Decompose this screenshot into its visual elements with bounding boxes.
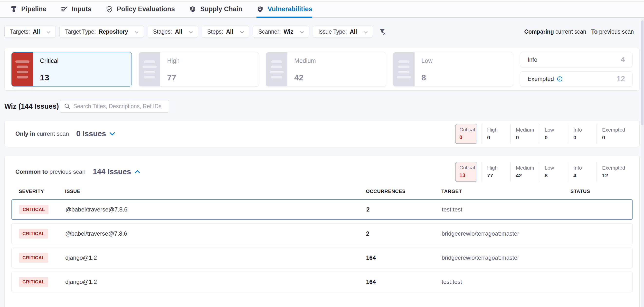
- occurrences-cell: 2: [366, 230, 442, 237]
- severity-card-info[interactable]: Info 4: [520, 52, 632, 67]
- severity-card-exempted[interactable]: Exempted 12: [520, 72, 632, 86]
- chip-low[interactable]: Low 0: [539, 124, 568, 144]
- chip-critical[interactable]: Critical 0: [455, 124, 477, 144]
- chip-value: 4: [573, 172, 596, 179]
- chip-value: 0: [602, 134, 632, 141]
- severity-meter-medium-icon: [266, 52, 288, 86]
- scrollbar-track[interactable]: [641, 18, 644, 307]
- column-header-issue: ISSUE: [65, 188, 366, 194]
- tab-pipeline[interactable]: Pipeline: [10, 2, 46, 18]
- column-header-occurrences: OCCURRENCES: [366, 188, 441, 194]
- chip-value: 0: [516, 134, 539, 141]
- severity-card-high[interactable]: High 77: [138, 52, 259, 86]
- table-row[interactable]: CRITICAL django@1.2 164 test:test: [12, 272, 632, 292]
- chip-label: Exempted: [602, 127, 632, 133]
- filter-label: Target Type:: [65, 28, 96, 35]
- chip-label: Info: [573, 127, 596, 133]
- filter-targets[interactable]: Targets:All: [4, 26, 56, 38]
- target-cell: test:test: [442, 278, 571, 285]
- severity-badge: CRITICAL: [19, 253, 48, 263]
- filter-issue-type[interactable]: Issue Type:All: [313, 26, 373, 38]
- search-box: [60, 100, 169, 112]
- severity-card-low[interactable]: Low 8: [393, 52, 513, 86]
- chip-high[interactable]: High 0: [482, 124, 510, 144]
- section-issue-count: 0 Issues: [76, 130, 106, 138]
- table-row[interactable]: CRITICAL django@1.2 164 bridgecrewio/ter…: [12, 248, 632, 268]
- results-header: Wiz (144 Issues): [4, 100, 640, 112]
- chevron-down-icon: [188, 28, 193, 35]
- filter-scanner[interactable]: Scanner:Wiz: [253, 26, 309, 38]
- filter-value: Repository: [99, 28, 128, 35]
- search-icon: [64, 103, 70, 110]
- chip-label: High: [487, 127, 510, 133]
- tab-label: Supply Chain: [200, 5, 242, 13]
- tab-supply-chain[interactable]: Supply Chain: [189, 2, 242, 18]
- chevron-down-icon: [240, 28, 244, 35]
- section-toggle[interactable]: 144 Issues: [93, 168, 140, 176]
- chip-info[interactable]: Info 4: [568, 162, 596, 182]
- chip-value: 0: [459, 134, 477, 140]
- chip-exempted[interactable]: Exempted 0: [596, 124, 632, 144]
- severity-card-label: Medium: [294, 57, 384, 64]
- chevron-down-icon: [364, 28, 368, 35]
- filter-value: Wiz: [284, 28, 293, 35]
- table-row[interactable]: CRITICAL @babel/traverse@7.8.6 2 test:te…: [12, 199, 632, 220]
- tab-label: Pipeline: [21, 5, 46, 13]
- chevron-down-icon: [46, 28, 51, 35]
- chevron-down-icon: [134, 28, 139, 35]
- chip-info[interactable]: Info 0: [568, 124, 596, 144]
- tab-policy-evaluations[interactable]: Policy Evaluations: [106, 2, 175, 18]
- filter-value: All: [33, 28, 40, 35]
- chevron-up-icon: [134, 170, 140, 174]
- chip-value: 8: [544, 172, 568, 179]
- severity-badge: CRITICAL: [19, 277, 48, 287]
- filter-value: All: [350, 28, 357, 35]
- severity-badge: CRITICAL: [19, 229, 48, 238]
- comparison-summary: Comparing current scan To previous scan: [524, 28, 640, 35]
- severity-chip-row: Critical 0 High 0 Medium 0 Low 0 Info 0 …: [455, 124, 632, 144]
- chip-value: 77: [487, 172, 510, 179]
- comparing-to-label: To: [591, 28, 598, 35]
- chevron-down-icon: [109, 132, 115, 136]
- scrollbar-thumb[interactable]: [641, 20, 644, 125]
- only-in-current-scan-panel: Only in current scan 0 Issues Critical 0…: [4, 120, 640, 147]
- chip-high[interactable]: High 77: [482, 162, 510, 182]
- severity-card-label: Exempted: [528, 76, 554, 82]
- filter-target-type[interactable]: Target Type:Repository: [60, 26, 144, 38]
- issue-cell: django@1.2: [65, 254, 366, 261]
- severity-meter-critical-icon: [12, 52, 33, 86]
- tab-vulnerabilities[interactable]: Vulnerabilities: [256, 2, 312, 18]
- table-header-row: SEVERITY ISSUE OCCURRENCES TARGET STATUS: [12, 182, 632, 196]
- section-toggle[interactable]: 0 Issues: [76, 130, 115, 138]
- severity-card-medium[interactable]: Medium 42: [266, 52, 386, 86]
- filter-steps[interactable]: Steps:All: [202, 26, 249, 38]
- chip-exempted[interactable]: Exempted 12: [596, 162, 632, 182]
- shield-nodes-icon: [189, 6, 196, 13]
- chip-label: Info: [573, 165, 596, 171]
- chip-critical[interactable]: Critical 13: [455, 162, 477, 182]
- section-title-rest: current scan: [37, 130, 69, 137]
- filter-label: Steps:: [207, 28, 223, 35]
- target-cell: bridgecrewio/terragoat:master: [442, 230, 571, 237]
- issue-cell: @babel/traverse@7.8.6: [65, 230, 366, 237]
- severity-meter-low-icon: [393, 52, 414, 86]
- severity-card-count: 4: [621, 55, 625, 64]
- chevron-down-icon: [300, 28, 304, 35]
- chip-value: 0: [544, 134, 568, 141]
- severity-card-critical[interactable]: Critical 13: [12, 52, 132, 86]
- section-title: Only in current scan: [12, 130, 69, 137]
- chip-medium[interactable]: Medium 42: [510, 162, 539, 182]
- tab-bar: Pipeline Inputs Policy Evaluations Suppl…: [0, 2, 644, 18]
- chip-medium[interactable]: Medium 0: [510, 124, 539, 144]
- clear-filters-icon[interactable]: [379, 28, 386, 35]
- filter-stages[interactable]: Stages:All: [148, 26, 198, 38]
- tab-inputs[interactable]: Inputs: [61, 2, 92, 18]
- table-row[interactable]: CRITICAL @babel/traverse@7.8.6 2 bridgec…: [12, 224, 632, 244]
- severity-card-label: Info: [528, 56, 537, 63]
- chip-low[interactable]: Low 8: [539, 162, 568, 182]
- severity-card-label: Low: [422, 57, 510, 64]
- severity-summary-panel: Critical 13 High 77 Medium 42 Low 8 I: [4, 48, 640, 91]
- search-input[interactable]: [73, 103, 165, 110]
- filter-label: Stages:: [153, 28, 172, 35]
- chip-value: 12: [602, 172, 632, 179]
